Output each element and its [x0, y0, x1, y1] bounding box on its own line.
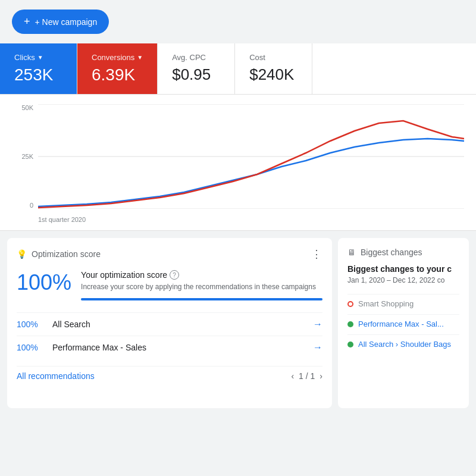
monitor-icon: 🖥: [347, 248, 356, 257]
metrics-bar: Clicks ▼ 253K Conversions ▼ 6.39K Avg. C…: [0, 43, 476, 95]
biggest-changes-title-label: Biggest changes: [361, 248, 422, 257]
chart-container: 50K 25K 0 1st quarter 2020: [12, 104, 464, 223]
optimization-panel: 💡 Optimization score ⋮ 100% Your optimiz…: [7, 238, 332, 408]
chart-lines: [38, 104, 464, 209]
clicks-label: Clicks ▼: [14, 53, 62, 62]
optimization-score-subtitle: Increase your score by applying the reco…: [81, 282, 322, 292]
lightbulb-icon: 💡: [17, 249, 27, 259]
optimization-score-desc: Your optimization score ? Increase your …: [81, 270, 322, 300]
optimization-score-section: 100% Your optimization score ? Increase …: [17, 270, 322, 300]
all-search-shoulder-name[interactable]: All Search › Shoulder Bags: [358, 340, 451, 350]
performance-max-name: Performance Max - Sales: [45, 343, 313, 352]
conversions-value: 6.39K: [92, 65, 143, 84]
performance-max-arrow-icon[interactable]: →: [313, 342, 322, 353]
chart-x-label: 1st quarter 2020: [38, 216, 86, 223]
clicks-metric[interactable]: Clicks ▼ 253K: [0, 43, 77, 94]
pagination: ‹ 1 / 1 ›: [291, 371, 322, 381]
plus-icon: +: [24, 15, 30, 28]
new-campaign-label: + New campaign: [35, 17, 98, 27]
cost-label: Cost: [249, 53, 298, 62]
biggest-changes-panel: 🖥 Biggest changes Biggest changes to you…: [338, 238, 469, 408]
avg-cpc-value: $0.95: [172, 65, 220, 84]
progress-bar-fill: [81, 298, 322, 300]
clicks-dropdown-icon: ▼: [37, 54, 43, 61]
campaign-row-performance-max: 100% Performance Max - Sales →: [17, 336, 322, 359]
optimization-score-big: 100%: [17, 270, 71, 300]
green-dot-icon: [347, 321, 353, 327]
performance-max-score: 100%: [17, 343, 45, 352]
header-section: + + New campaign: [0, 0, 476, 43]
biggest-changes-heading: Biggest changes to your c: [347, 264, 459, 274]
optimization-title-label: Optimization score: [32, 249, 101, 259]
y-label-50k: 50K: [21, 104, 36, 111]
conversions-metric[interactable]: Conversions ▼ 6.39K: [77, 43, 158, 94]
conversions-dropdown-icon: ▼: [137, 54, 143, 61]
green-dot-icon-2: [347, 342, 353, 347]
change-item-all-search-shoulder: All Search › Shoulder Bags: [347, 334, 459, 355]
biggest-changes-panel-title: 🖥 Biggest changes: [347, 248, 459, 257]
new-campaign-button[interactable]: + + New campaign: [12, 10, 109, 34]
chart-svg: [38, 104, 464, 209]
optimization-panel-title: 💡 Optimization score: [17, 249, 101, 259]
pagination-next-icon[interactable]: ›: [320, 371, 322, 381]
all-recommendations-link[interactable]: All recommendations: [17, 371, 95, 381]
all-search-arrow-icon[interactable]: →: [313, 319, 322, 330]
performance-max-sal-name[interactable]: Performance Max - Sal...: [358, 320, 444, 330]
optimization-progress-bar: [81, 298, 322, 300]
optimization-panel-header: 💡 Optimization score ⋮: [17, 248, 322, 261]
avg-cpc-metric: Avg. CPC $0.95: [158, 43, 235, 94]
cost-value: $240K: [249, 65, 298, 84]
info-icon: ?: [170, 270, 179, 280]
bottom-panels: 💡 Optimization score ⋮ 100% Your optimiz…: [0, 231, 476, 415]
clicks-value: 253K: [14, 65, 62, 84]
avg-cpc-label: Avg. CPC: [172, 53, 220, 62]
all-search-score: 100%: [17, 320, 45, 329]
change-item-smart-shopping: Smart Shopping: [347, 294, 459, 314]
y-label-25k: 25K: [21, 153, 36, 160]
red-dot-icon: [347, 301, 353, 307]
conversions-label: Conversions ▼: [92, 53, 143, 62]
pagination-info: 1 / 1: [299, 371, 315, 381]
chart-area: 50K 25K 0 1st quarter 2020: [0, 95, 476, 231]
campaign-row-all-search: 100% All Search →: [17, 312, 322, 336]
optimization-more-options[interactable]: ⋮: [311, 248, 322, 261]
y-label-0: 0: [30, 202, 36, 209]
smart-shopping-name[interactable]: Smart Shopping: [358, 299, 414, 309]
optimization-score-title: Your optimization score ?: [81, 270, 322, 280]
cost-metric: Cost $240K: [235, 43, 312, 94]
optimization-panel-footer: All recommendations ‹ 1 / 1 ›: [17, 366, 322, 381]
pagination-prev-icon[interactable]: ‹: [291, 371, 294, 381]
biggest-changes-date-range: Jan 1, 2020 – Dec 12, 2022 co: [347, 276, 459, 284]
all-search-name: All Search: [45, 320, 313, 329]
change-item-performance-max: Performance Max - Sal...: [347, 314, 459, 334]
chart-y-axis: 50K 25K 0: [12, 104, 36, 209]
